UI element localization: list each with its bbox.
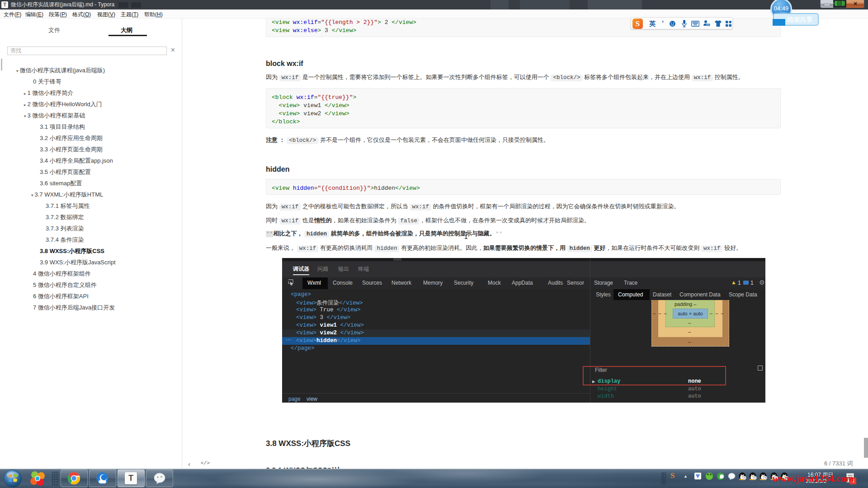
svg-text:音2: 音2 bbox=[707, 23, 711, 26]
